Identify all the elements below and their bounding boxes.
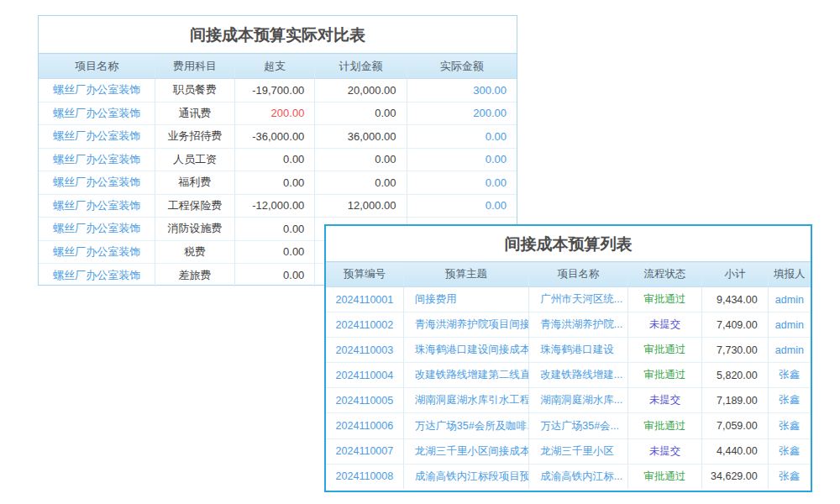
planned-amount: 36,000.00 xyxy=(315,125,407,149)
reporter-link[interactable]: 张鑫 xyxy=(779,470,800,482)
overspend-amount: -19,700.00 xyxy=(252,84,304,97)
project-name-link[interactable]: 螺丝厂办公室装饰 xyxy=(53,269,140,281)
subtotal-amount: 7,409.00 xyxy=(702,312,768,338)
overspend-amount: 200.00 xyxy=(271,107,305,119)
subtotal-amount: 5,820.00 xyxy=(702,363,768,388)
budget-no-link[interactable]: 2024110007 xyxy=(336,445,394,457)
budget-subject-link[interactable]: 间接费用 xyxy=(415,293,457,305)
table-row: 螺丝厂办公室装饰 职员餐费 -19,700.00 20,000.00 300.0… xyxy=(39,79,517,102)
table-row: 2024110004 改建铁路线增建第二线直... 改建铁路线增建... 审批通… xyxy=(326,363,811,388)
budget-no-link[interactable]: 2024110005 xyxy=(336,395,394,407)
budget-subject-link[interactable]: 成渝高铁内江标段项目预... xyxy=(415,470,529,482)
budget-subject-link[interactable]: 改建铁路线增建第二线直... xyxy=(415,369,529,381)
project-name-link[interactable]: 螺丝厂办公室装饰 xyxy=(53,129,140,142)
project-name-link[interactable]: 龙湖三千里小区 xyxy=(540,445,614,457)
project-name-link[interactable]: 湖南洞庭湖水库... xyxy=(540,394,622,406)
budget-no-link[interactable]: 2024110002 xyxy=(336,319,394,331)
budget-no-link[interactable]: 2024110001 xyxy=(336,294,394,306)
budget-list-table: 预算编号 预算主题 项目名称 流程状态 小计 填报人 2024110001 间接… xyxy=(326,261,811,489)
table-row: 2024110005 湖南洞庭湖水库引水工程... 湖南洞庭湖水库... 未提交… xyxy=(326,388,811,413)
table-row: 螺丝厂办公室装饰 业务招待费 -36,000.00 36,000.00 0.00 xyxy=(39,125,517,149)
status-badge[interactable]: 审批通过 xyxy=(644,293,686,305)
budget-no-link[interactable]: 2024110004 xyxy=(336,370,394,381)
col-header-budget-no: 预算编号 xyxy=(326,262,403,287)
subtotal-amount: 4,440.00 xyxy=(702,438,768,464)
table-row: 螺丝厂办公室装饰 工程保险费 -12,000.00 12,000.00 0.00 xyxy=(39,194,517,218)
table-row: 螺丝厂办公室装饰 福利费 0.00 0.00 0.00 xyxy=(39,171,517,195)
table-row: 螺丝厂办公室装饰 通讯费 200.00 0.00 200.00 xyxy=(39,102,517,125)
status-badge[interactable]: 审批通过 xyxy=(644,369,686,381)
budget-no-link[interactable]: 2024110003 xyxy=(336,344,394,356)
reporter-link[interactable]: admin xyxy=(775,294,804,306)
planned-amount: 0.00 xyxy=(315,148,407,171)
budget-subject-link[interactable]: 万达广场35#会所及咖啡... xyxy=(415,420,529,432)
table-row: 螺丝厂办公室装饰 人员工资 0.00 0.00 0.00 xyxy=(39,148,517,171)
table-row: 2024110008 成渝高铁内江标段项目预... 成渝高铁内江标... 审批通… xyxy=(326,464,811,489)
comparison-header-row: 项目名称 费用科目 超支 计划金额 实际金额 xyxy=(39,54,517,79)
project-name-link[interactable]: 螺丝厂办公室装饰 xyxy=(53,176,140,188)
project-name-link[interactable]: 珠海鹤港口建设 xyxy=(540,344,614,355)
overspend-amount: -12,000.00 xyxy=(252,199,304,212)
budget-subject-link[interactable]: 青海洪湖养护院项目间接... xyxy=(415,318,529,330)
expense-category: 消防设施费 xyxy=(155,218,234,241)
project-name-link[interactable]: 广州市天河区统... xyxy=(540,293,622,305)
col-header-overspend: 超支 xyxy=(234,54,315,79)
overspend-amount: 0.00 xyxy=(283,153,304,165)
project-name-link[interactable]: 万达广场35#会... xyxy=(540,420,619,432)
budget-no-link[interactable]: 2024110006 xyxy=(336,420,394,432)
col-header-actual-amount: 实际金额 xyxy=(407,54,517,79)
overspend-amount: 0.00 xyxy=(283,176,304,189)
overspend-amount: 0.00 xyxy=(283,245,304,258)
budget-list-title: 间接成本预算列表 xyxy=(326,226,811,261)
status-badge[interactable]: 未提交 xyxy=(649,394,681,406)
project-name-link[interactable]: 螺丝厂办公室装饰 xyxy=(53,107,140,119)
reporter-link[interactable]: admin xyxy=(775,319,804,331)
budget-subject-link[interactable]: 龙湖三千里小区间接成本... xyxy=(415,445,529,457)
reporter-link[interactable]: 张鑫 xyxy=(779,420,800,432)
budget-list-panel: 间接成本预算列表 预算编号 预算主题 项目名称 流程状态 小计 填报人 2024… xyxy=(324,224,812,492)
table-row: 2024110002 青海洪湖养护院项目间接... 青海洪湖养护院... 未提交… xyxy=(326,312,811,338)
reporter-link[interactable]: 张鑫 xyxy=(779,369,800,381)
planned-amount: 12,000.00 xyxy=(315,194,407,218)
project-name-link[interactable]: 螺丝厂办公室装饰 xyxy=(53,199,140,212)
reporter-link[interactable]: 张鑫 xyxy=(779,394,800,406)
expense-category: 工程保险费 xyxy=(155,194,234,218)
subtotal-amount: 7,059.00 xyxy=(702,413,768,438)
budget-subject-link[interactable]: 珠海鹤港口建设间接成本... xyxy=(415,344,529,355)
project-name-link[interactable]: 螺丝厂办公室装饰 xyxy=(53,153,140,165)
workspace: 间接成本预算实际对比表 项目名称 费用科目 超支 计划金额 实际金额 螺丝厂办公… xyxy=(0,0,840,504)
reporter-link[interactable]: 张鑫 xyxy=(779,445,800,457)
project-name-link[interactable]: 成渝高铁内江标... xyxy=(540,470,622,482)
status-badge[interactable]: 未提交 xyxy=(649,318,681,330)
col-header-subtotal: 小计 xyxy=(702,262,768,287)
budget-no-link[interactable]: 2024110008 xyxy=(336,470,394,482)
project-name-link[interactable]: 改建铁路线增建... xyxy=(540,369,622,381)
overspend-amount: 0.00 xyxy=(283,269,304,281)
actual-amount: 0.00 xyxy=(486,130,507,143)
budget-list-header-row: 预算编号 预算主题 项目名称 流程状态 小计 填报人 xyxy=(326,262,811,287)
status-badge[interactable]: 审批通过 xyxy=(644,470,686,482)
reporter-link[interactable]: admin xyxy=(775,344,804,356)
project-name-link[interactable]: 青海洪湖养护院... xyxy=(540,318,622,330)
comparison-table-title: 间接成本预算实际对比表 xyxy=(39,16,517,53)
actual-amount: 0.00 xyxy=(486,176,507,189)
col-header-project-name: 项目名称 xyxy=(529,262,628,287)
col-header-reporter: 填报人 xyxy=(768,262,811,287)
actual-amount: 300.00 xyxy=(473,84,507,97)
planned-amount: 20,000.00 xyxy=(315,79,407,102)
status-badge[interactable]: 审批通过 xyxy=(644,420,686,432)
budget-subject-link[interactable]: 湖南洞庭湖水库引水工程... xyxy=(415,394,529,406)
subtotal-amount: 7,730.00 xyxy=(702,338,768,363)
project-name-link[interactable]: 螺丝厂办公室装饰 xyxy=(53,245,140,258)
expense-category: 福利费 xyxy=(155,171,234,195)
expense-category: 业务招待费 xyxy=(155,125,234,149)
status-badge[interactable]: 审批通过 xyxy=(644,344,686,355)
table-row: 2024110007 龙湖三千里小区间接成本... 龙湖三千里小区 未提交 4,… xyxy=(326,438,811,464)
col-header-flow-status: 流程状态 xyxy=(627,262,701,287)
actual-amount: 0.00 xyxy=(486,199,507,212)
col-header-expense-category: 费用科目 xyxy=(155,54,234,79)
project-name-link[interactable]: 螺丝厂办公室装饰 xyxy=(53,83,140,96)
project-name-link[interactable]: 螺丝厂办公室装饰 xyxy=(53,222,140,234)
subtotal-amount: 34,629.00 xyxy=(702,464,768,489)
status-badge[interactable]: 未提交 xyxy=(649,445,681,457)
